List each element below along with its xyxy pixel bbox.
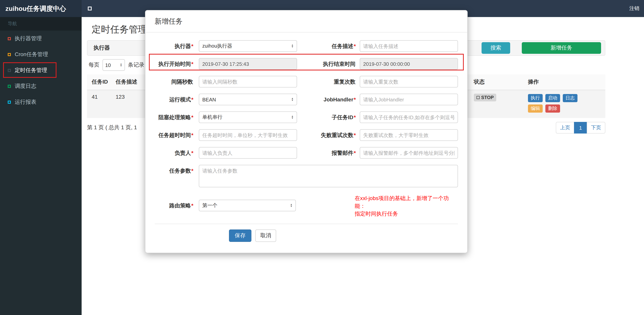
square-icon: [8, 53, 11, 56]
edit-button[interactable]: 编辑: [528, 105, 543, 113]
job-param-textarea[interactable]: [199, 165, 458, 187]
sidebar-item-label: 执行器管理: [15, 35, 42, 42]
executor-filter-label: 执行器: [94, 45, 110, 52]
end-time-label: 执行结束时间: [297, 58, 356, 70]
sidebar-item-run-report[interactable]: 运行报表: [0, 94, 82, 110]
pager: 上页 1 下页: [556, 122, 605, 134]
footer-divider: [155, 224, 458, 224]
per-page-select[interactable]: 10 ▲▼: [102, 59, 125, 71]
author-input[interactable]: [199, 147, 297, 159]
sidebar-item-label: 运行报表: [15, 99, 36, 105]
retry-count-input[interactable]: [360, 129, 458, 141]
delete-button[interactable]: 删除: [545, 105, 560, 113]
current-page-button[interactable]: 1: [574, 122, 587, 134]
form-row-interval-repeat: 间隔秒数 重复次数: [155, 76, 458, 88]
timeout-label: 任务超时时间*: [155, 129, 194, 141]
route-strategy-label: 路由策略*: [155, 200, 194, 211]
cell-task-id: 41: [87, 90, 111, 118]
form-row-block-childjob: 阻塞处理策略* 单机串行 ▲▼ 子任务ID*: [155, 111, 458, 123]
form-row-gluetype-handler: 运行模式* BEAN ▲▼ JobHandler*: [155, 94, 458, 105]
task-desc-label: 任务描述*: [297, 40, 356, 52]
select-arrows-icon: ▲▼: [291, 98, 294, 101]
timeout-input[interactable]: [199, 129, 297, 141]
alarm-email-label: 报警邮件*: [297, 147, 356, 159]
save-button[interactable]: 保存: [229, 229, 252, 242]
glue-type-select[interactable]: BEAN ▲▼: [199, 94, 297, 105]
executor-label: 执行器*: [155, 40, 194, 52]
square-icon: [8, 100, 11, 104]
col-header-actions: 操作: [523, 74, 605, 90]
next-page-button[interactable]: 下页: [587, 122, 605, 134]
search-button[interactable]: 搜索: [482, 42, 510, 54]
interval-label: 间隔秒数: [155, 76, 194, 88]
pagination-summary: 第 1 页 ( 总共 1 页, 1: [87, 124, 137, 131]
sidebar-item-label: Cron任务管理: [15, 51, 48, 58]
task-desc-input[interactable]: [360, 40, 458, 52]
form-row-time-range: 执行开始时间* 执行结束时间: [155, 58, 458, 70]
modal-body: 执行器* zuihou执行器 ▲▼ 任务描述* 执行开始时间* 执行结束时间 间…: [146, 33, 467, 253]
interval-input[interactable]: [199, 76, 297, 88]
sidebar-toggle-icon[interactable]: [88, 7, 92, 11]
select-arrows-icon: ▲▼: [291, 44, 294, 48]
cancel-button[interactable]: 取消: [255, 229, 276, 242]
add-task-button[interactable]: 新增任务: [522, 42, 601, 54]
author-label: 负责人*: [155, 147, 194, 159]
cell-status: STOP: [469, 90, 523, 118]
repeat-count-label: 重复次数: [297, 76, 356, 88]
job-param-label: 任务参数*: [155, 165, 194, 176]
sidebar-item-label: 定时任务管理: [15, 67, 47, 74]
glue-type-label: 运行模式*: [155, 94, 194, 105]
form-row-job-param: 任务参数*: [155, 165, 458, 187]
end-time-input[interactable]: [360, 58, 458, 70]
retry-count-label: 失败重试次数*: [297, 129, 356, 141]
start-time-label: 执行开始时间*: [155, 58, 194, 70]
sidebar-nav-label: 导航: [0, 17, 82, 31]
status-badge: STOP: [474, 94, 496, 101]
logout-link[interactable]: 注销: [629, 5, 639, 12]
start-time-input[interactable]: [199, 58, 297, 70]
select-arrows-icon: ▲▼: [120, 63, 122, 67]
square-icon: [8, 85, 11, 88]
col-header-status: 状态: [469, 74, 523, 90]
select-arrows-icon: ▲▼: [291, 115, 294, 119]
sidebar-item-cron-task-management[interactable]: Cron任务管理: [0, 47, 82, 62]
square-icon: [8, 69, 11, 72]
log-button[interactable]: 日志: [563, 94, 578, 102]
alarm-email-input[interactable]: [360, 147, 458, 159]
sidebar: 导航 执行器管理 Cron任务管理 定时任务管理 调度日志 运行报表: [0, 17, 82, 315]
run-button[interactable]: 执行: [528, 94, 543, 102]
modal-title: 新增任务: [146, 11, 467, 33]
jobhandler-input[interactable]: [360, 94, 458, 105]
cell-actions: 执行 启动 日志 编辑 删除: [523, 90, 605, 118]
stop-icon: [476, 96, 480, 99]
sidebar-item-executor-management[interactable]: 执行器管理: [0, 31, 82, 47]
modal-footer: 保存 取消: [229, 229, 458, 253]
col-header-task-id: 任务ID: [87, 74, 111, 90]
child-jobid-input[interactable]: [360, 111, 458, 123]
start-button[interactable]: 启动: [545, 94, 560, 102]
feature-note: 在xxl-jobs项目的基础上，新增了一个功能： 指定时间执行任务: [355, 194, 458, 217]
app-root: zuihou任务调度中心 注销 导航 执行器管理 Cron任务管理 定时任务管理…: [0, 0, 644, 315]
jobhandler-label: JobHandler*: [297, 94, 356, 105]
form-row-executor-desc: 执行器* zuihou执行器 ▲▼ 任务描述*: [155, 40, 458, 52]
form-row-route-strategy: 路由策略* 第一个 ▲▼ 在xxl-jobs项目的基础上，新增了一个功能： 指定…: [155, 193, 458, 217]
select-arrows-icon: ▲▼: [290, 204, 292, 207]
square-icon: [8, 37, 11, 40]
add-task-modal: 新增任务 执行器* zuihou执行器 ▲▼ 任务描述* 执行开始时间* 执行结…: [145, 10, 468, 253]
sidebar-item-dispatch-log[interactable]: 调度日志: [0, 78, 82, 94]
block-strategy-select[interactable]: 单机串行 ▲▼: [199, 111, 297, 123]
per-page-suffix-label: 条记录: [128, 62, 144, 69]
brand-title: zuihou任务调度中心: [0, 0, 82, 17]
form-row-timeout-retry: 任务超时时间* 失败重试次数*: [155, 129, 458, 141]
per-page-prefix-label: 每页: [88, 62, 100, 69]
repeat-count-input[interactable]: [360, 76, 458, 88]
prev-page-button[interactable]: 上页: [556, 122, 574, 134]
sidebar-item-scheduled-task-management[interactable]: 定时任务管理: [0, 62, 82, 78]
executor-select[interactable]: zuihou执行器 ▲▼: [199, 40, 297, 52]
per-page-value: 10: [105, 62, 111, 68]
form-row-author-email: 负责人* 报警邮件*: [155, 147, 458, 159]
route-strategy-select[interactable]: 第一个 ▲▼: [199, 200, 296, 211]
sidebar-item-label: 调度日志: [15, 83, 36, 90]
block-strategy-label: 阻塞处理策略*: [155, 111, 194, 123]
child-jobid-label: 子任务ID*: [297, 111, 356, 123]
